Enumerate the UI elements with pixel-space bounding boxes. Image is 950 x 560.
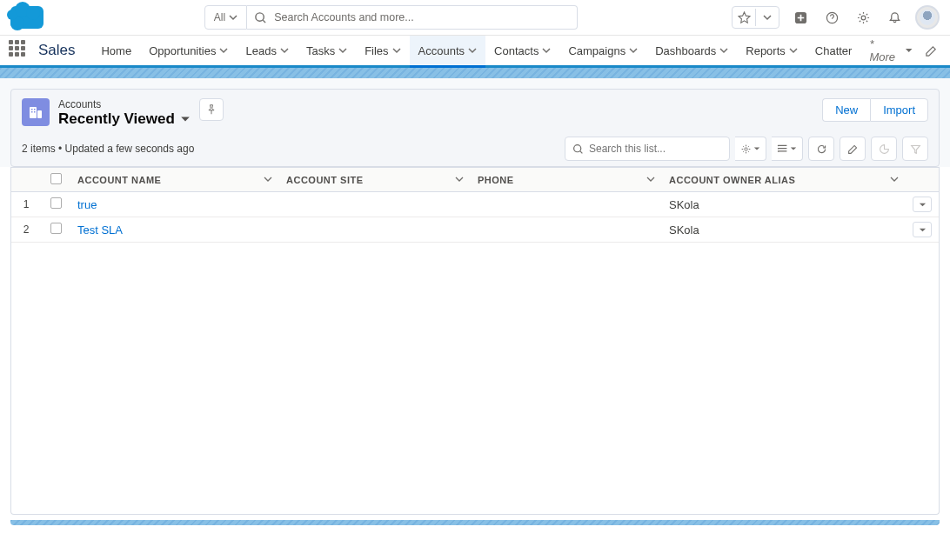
chevron-down-icon (905, 46, 913, 55)
chevron-down-icon (280, 46, 289, 55)
svg-point-3 (861, 16, 866, 20)
nav-more[interactable]: * More (860, 36, 921, 65)
svg-rect-9 (34, 111, 36, 113)
setup-gear-icon[interactable] (853, 7, 873, 28)
list-controls-gear-button[interactable] (735, 137, 766, 161)
nav-item-files[interactable]: Files (356, 36, 409, 65)
pin-list-button[interactable] (199, 98, 224, 121)
global-search-box[interactable] (247, 5, 578, 30)
nav-item-chatter[interactable]: Chatter (806, 36, 861, 65)
search-icon (572, 143, 584, 155)
nav-item-contacts[interactable]: Contacts (485, 36, 559, 65)
notifications-bell-icon[interactable] (884, 7, 905, 28)
chevron-down-icon (719, 46, 728, 55)
import-button[interactable]: Import (870, 98, 928, 122)
nav-label: Dashboards (655, 44, 716, 57)
col-account-name[interactable]: ACCOUNT NAME (70, 168, 279, 192)
chevron-down-icon (392, 46, 401, 55)
app-name: Sales (38, 42, 76, 59)
svg-point-0 (256, 12, 264, 20)
list-status-text: 2 items • Updated a few seconds ago (22, 143, 194, 155)
account-name-link[interactable]: Test SLA (77, 223, 123, 237)
user-avatar[interactable] (915, 5, 940, 30)
search-icon (254, 11, 267, 24)
account-name-link[interactable]: true (77, 198, 97, 211)
cell-phone (471, 217, 662, 243)
col-owner-alias[interactable]: ACCOUNT OWNER ALIAS (662, 168, 906, 192)
list-view-name: Recently Viewed (58, 110, 175, 128)
chevron-down-icon (789, 46, 798, 55)
nav-label: Campaigns (568, 44, 626, 57)
nav-item-reports[interactable]: Reports (737, 36, 806, 65)
table-row: 1trueSKola (11, 192, 939, 217)
svg-rect-6 (31, 109, 33, 110)
row-actions-button[interactable] (913, 222, 932, 237)
svg-point-10 (574, 144, 581, 151)
row-actions-button[interactable] (913, 197, 932, 212)
svg-rect-4 (30, 107, 37, 118)
salesforce-logo[interactable] (10, 6, 43, 29)
list-view-switcher[interactable]: Recently Viewed (58, 110, 191, 128)
chevron-down-icon (229, 13, 238, 22)
nav-label: Chatter (815, 44, 853, 57)
chevron-down-icon (542, 46, 551, 55)
nav-label: Opportunities (149, 44, 216, 57)
nav-item-tasks[interactable]: Tasks (298, 36, 356, 65)
global-actions-button[interactable] (790, 7, 811, 28)
cell-site (279, 217, 471, 243)
cell-owner: SKola (662, 217, 906, 243)
col-rownum (11, 168, 41, 192)
nav-item-campaigns[interactable]: Campaigns (559, 36, 646, 65)
inline-edit-button[interactable] (840, 137, 866, 161)
chart-button[interactable] (871, 137, 897, 161)
nav-item-accounts[interactable]: Accounts (410, 36, 485, 65)
svg-rect-5 (37, 110, 42, 118)
chevron-down-icon (890, 175, 899, 183)
col-actions (906, 168, 939, 192)
chevron-down-icon (219, 46, 228, 55)
global-search-input[interactable] (274, 11, 570, 23)
cell-owner: SKola (662, 192, 906, 217)
row-checkbox[interactable] (50, 197, 62, 209)
chevron-down-icon (468, 46, 477, 55)
search-scope-label: All (214, 11, 225, 23)
account-object-icon (22, 98, 50, 126)
row-number: 2 (11, 217, 41, 243)
row-checkbox[interactable] (50, 223, 62, 234)
nav-item-opportunities[interactable]: Opportunities (140, 36, 237, 65)
favorites-combo[interactable] (732, 6, 779, 29)
col-select-all[interactable] (41, 168, 70, 192)
list-search-input[interactable] (589, 143, 722, 155)
cell-site (279, 192, 471, 217)
col-account-site[interactable]: ACCOUNT SITE (279, 168, 471, 192)
new-button[interactable]: New (822, 98, 870, 122)
object-label: Accounts (58, 98, 191, 110)
chevron-down-icon (629, 46, 638, 55)
nav-label: Files (365, 44, 388, 57)
select-all-checkbox[interactable] (50, 173, 62, 184)
list-search-box[interactable] (565, 137, 730, 161)
nav-label: Tasks (306, 44, 335, 57)
svg-point-11 (745, 147, 747, 150)
chevron-down-icon (264, 175, 272, 183)
nav-label: Leads (245, 44, 276, 57)
search-scope-button[interactable]: All (204, 5, 247, 30)
filter-button[interactable] (902, 137, 928, 161)
favorite-dropdown-icon[interactable] (756, 7, 779, 28)
nav-item-dashboards[interactable]: Dashboards (646, 36, 737, 65)
table-row: 2Test SLASKola (11, 217, 939, 243)
refresh-button[interactable] (808, 137, 834, 161)
col-phone[interactable]: PHONE (471, 168, 662, 192)
app-launcher-icon[interactable] (9, 40, 30, 61)
chevron-down-icon (455, 175, 464, 183)
nav-label: Reports (746, 44, 786, 57)
nav-item-leads[interactable]: Leads (237, 36, 297, 65)
help-icon[interactable] (821, 7, 842, 28)
display-as-button[interactable] (772, 137, 803, 161)
svg-point-12 (778, 144, 779, 146)
favorite-star-icon[interactable] (733, 7, 755, 28)
nav-item-home[interactable]: Home (92, 36, 140, 65)
edit-nav-icon[interactable] (921, 41, 941, 61)
chevron-down-icon (338, 46, 347, 55)
svg-rect-7 (34, 109, 36, 110)
